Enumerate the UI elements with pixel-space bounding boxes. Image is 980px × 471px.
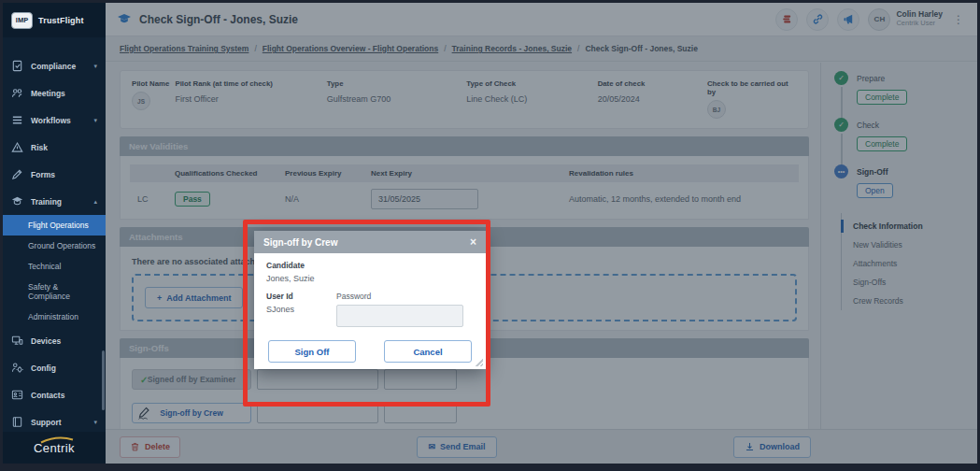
chevron-down-icon: ▾ [93, 117, 97, 124]
sidebar-item-config[interactable]: Config [3, 354, 106, 381]
pencil-icon [11, 168, 23, 180]
sidebar-item-compliance[interactable]: Compliance ▾ [3, 52, 106, 79]
sidebar-item-flight-operations[interactable]: Flight Operations [3, 215, 106, 236]
sidebar-item-risk[interactable]: Risk [3, 134, 106, 161]
chevron-down-icon: ▾ [93, 419, 97, 426]
chevron-down-icon: ▾ [93, 63, 97, 70]
user-gear-icon [11, 362, 23, 374]
sidebar-footer: Centrik [3, 432, 106, 464]
brand-name: TrustFlight [38, 16, 84, 25]
contact-card-icon [11, 389, 23, 401]
close-icon[interactable]: × [470, 236, 476, 249]
candidate-label: Candidate [266, 261, 474, 270]
warning-triangle-icon [11, 141, 23, 153]
password-label: Password [336, 292, 463, 301]
centrik-logo: Centrik [34, 441, 75, 455]
sidebar-nav: Compliance ▾ Meetings Workflows ▾ Risk F… [3, 37, 106, 471]
sidebar-item-ground-operations[interactable]: Ground Operations [3, 236, 106, 256]
sign-off-by-crew-modal: Sign-off by Crew × Candidate Jones, Suzi… [254, 231, 486, 369]
sidebar-item-technical[interactable]: Technical [3, 256, 106, 277]
people-icon [11, 87, 23, 99]
sidebar-item-meetings[interactable]: Meetings [3, 79, 106, 107]
left-sidebar: IMP TrustFlight Compliance ▾ Meetings Wo… [3, 3, 106, 464]
credentials-row: User Id SJones Password [266, 292, 474, 327]
workflow-icon [11, 114, 23, 126]
modal-title-bar: Sign-off by Crew × [254, 231, 486, 253]
sidebar-item-contacts[interactable]: Contacts [3, 381, 106, 408]
resize-handle[interactable] [475, 358, 483, 366]
sidebar-item-forms[interactable]: Forms [3, 161, 106, 188]
training-subnav: Flight Operations Ground Operations Tech… [3, 215, 106, 327]
sidebar-scrollbar[interactable] [102, 350, 105, 410]
modal-overlay [106, 3, 977, 464]
app-window: IMP TrustFlight Compliance ▾ Meetings Wo… [0, 0, 980, 471]
clipboard-icon [11, 60, 23, 72]
sidebar-item-administration[interactable]: Administration [3, 307, 106, 327]
modal-body: Candidate Jones, Suzie User Id SJones Pa… [254, 253, 486, 369]
graduation-cap-icon [11, 195, 23, 207]
password-input[interactable] [336, 305, 463, 327]
user-id-value: SJones [266, 305, 336, 314]
app-logo[interactable]: IMP TrustFlight [3, 3, 106, 37]
cancel-button[interactable]: Cancel [384, 340, 472, 363]
modal-buttons: Sign Off Cancel [266, 327, 474, 363]
devices-icon [11, 335, 23, 347]
sign-off-button[interactable]: Sign Off [268, 340, 356, 363]
sidebar-item-workflows[interactable]: Workflows ▾ [3, 107, 106, 134]
book-icon [11, 416, 23, 428]
sidebar-item-training[interactable]: Training ▴ [3, 188, 106, 215]
chevron-up-icon: ▴ [93, 198, 97, 206]
candidate-value: Jones, Suzie [266, 274, 474, 283]
centrik-swoosh-icon [39, 436, 75, 444]
user-id-label: User Id [266, 292, 336, 301]
imp-logo-badge: IMP [11, 12, 33, 29]
sidebar-item-devices[interactable]: Devices [3, 327, 106, 354]
sidebar-item-safety-compliance[interactable]: Safety & Compliance [3, 277, 106, 307]
modal-title: Sign-off by Crew [263, 237, 337, 248]
